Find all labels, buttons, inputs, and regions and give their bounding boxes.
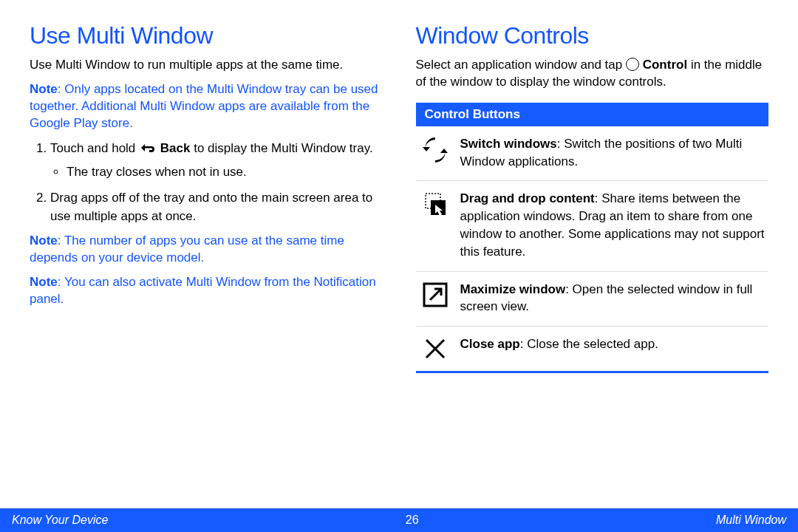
row-body: : Close the selected app. [520, 337, 658, 351]
page-content: Use Multi Window Use Multi Window to run… [0, 0, 798, 502]
footer-left: Know Your Device [12, 514, 108, 527]
step-2: Drag apps off of the tray and onto the m… [50, 189, 383, 225]
note-body: : You can also activate Multi Window fro… [30, 275, 376, 306]
control-circle-icon [626, 58, 639, 71]
row-title: Maximize window [460, 282, 566, 296]
table-desc: Close app: Close the selected app. [460, 335, 766, 353]
svg-line-3 [430, 290, 440, 300]
left-column: Use Multi Window Use Multi Window to run… [30, 22, 383, 502]
steps-list: Touch and hold Back to display the Multi… [30, 140, 383, 226]
note-label: Note [30, 82, 58, 96]
intro-left: Use Multi Window to run multiple apps at… [30, 57, 383, 74]
control-buttons-header: Control Buttons [416, 103, 769, 126]
row-title: Drag and drop content [460, 191, 595, 205]
intro-right: Select an application window and tap Con… [416, 57, 769, 91]
note-3: Note: You can also activate Multi Window… [30, 274, 383, 308]
table-desc: Drag and drop content: Share items betwe… [460, 190, 766, 260]
note-body: : The number of apps you can use at the … [30, 233, 344, 265]
note-1: Note: Only apps located on the Multi Win… [30, 81, 383, 132]
drag-drop-icon [419, 190, 451, 218]
table-row: Drag and drop content: Share items betwe… [416, 180, 769, 270]
footer-right: Multi Window [716, 514, 786, 527]
table-row: Switch windows: Switch the positions of … [416, 126, 769, 181]
row-title: Switch windows [460, 137, 557, 151]
table-desc: Maximize window: Open the selected windo… [460, 281, 766, 316]
note-body: : Only apps located on the Multi Window … [30, 82, 378, 130]
switch-windows-icon [419, 135, 451, 163]
step-1-bullet: The tray closes when not in use. [66, 163, 383, 182]
close-icon [419, 335, 451, 361]
right-column: Window Controls Select an application wi… [416, 22, 769, 502]
table-row: Maximize window: Open the selected windo… [416, 271, 769, 327]
back-icon [139, 140, 157, 156]
step-text: Touch and hold [50, 141, 139, 155]
heading-use-multi-window: Use Multi Window [30, 22, 383, 50]
maximize-icon [419, 281, 451, 307]
note-label: Note [30, 275, 58, 289]
footer-page-number: 26 [406, 514, 419, 527]
back-label: Back [160, 141, 191, 155]
intro-text: Select an application window and tap [416, 58, 626, 72]
row-title: Close app [460, 337, 520, 351]
control-label: Control [643, 58, 687, 72]
step-text: to display the Multi Window tray. [194, 141, 373, 155]
note-2: Note: The number of apps you can use at … [30, 233, 383, 267]
page-footer: Know Your Device 26 Multi Window [0, 508, 798, 532]
step-1: Touch and hold Back to display the Multi… [50, 140, 383, 182]
heading-window-controls: Window Controls [416, 22, 769, 50]
control-buttons-table: Switch windows: Switch the positions of … [416, 126, 769, 373]
table-desc: Switch windows: Switch the positions of … [460, 135, 766, 171]
note-label: Note [30, 233, 58, 248]
table-row: Close app: Close the selected app. [416, 326, 769, 371]
